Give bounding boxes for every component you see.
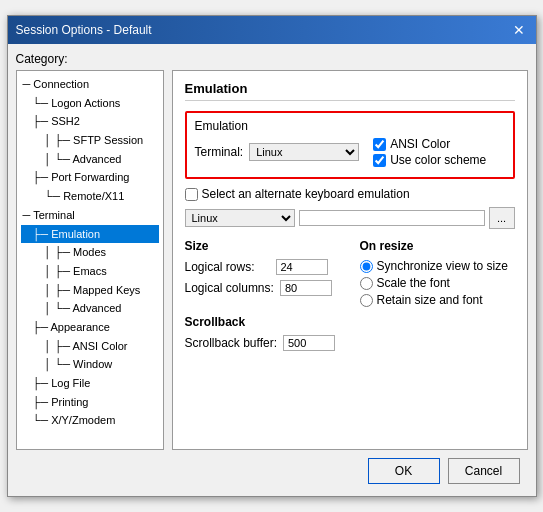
alt-keyboard-row: Select an alternate keyboard emulation (185, 187, 515, 201)
sync-view-radio[interactable] (360, 260, 373, 273)
ok-button[interactable]: OK (368, 458, 440, 484)
logical-columns-input[interactable] (280, 280, 332, 296)
button-bar: OK Cancel (16, 450, 528, 488)
sidebar-item-advanced-term[interactable]: │ └─ Advanced (21, 299, 159, 318)
scrollback-section: Scrollback Scrollback buffer: (185, 315, 515, 351)
scale-font-label: Scale the font (377, 276, 450, 290)
sidebar-item-sftp-session[interactable]: │ ├─ SFTP Session (21, 131, 159, 150)
retain-size-label: Retain size and font (377, 293, 483, 307)
dialog-body: Category: ─ Connection └─ Logon Actions … (8, 44, 536, 496)
on-resize-section: On resize Synchronize view to size Scale… (360, 239, 515, 307)
alt-keyboard-checkbox[interactable] (185, 188, 198, 201)
on-resize-label: On resize (360, 239, 515, 253)
size-section: Size Logical rows: Logical columns: (185, 239, 340, 307)
expand-icon: ─ (23, 78, 31, 90)
dialog-title: Session Options - Default (16, 23, 152, 37)
sidebar-item-window[interactable]: │ └─ Window (21, 355, 159, 374)
content-panel: Emulation Emulation Terminal: Linux VT10… (172, 70, 528, 450)
resize-radio-group: Synchronize view to size Scale the font … (360, 259, 515, 307)
scrollback-buffer-row: Scrollback buffer: (185, 335, 515, 351)
sidebar-item-log-file[interactable]: ├─ Log File (21, 374, 159, 393)
color-options: ANSI Color Use color scheme (373, 137, 486, 167)
cancel-button[interactable]: Cancel (448, 458, 520, 484)
sidebar-item-connection[interactable]: ─ Connection (21, 75, 159, 94)
use-color-scheme-row: Use color scheme (373, 153, 486, 167)
sidebar-item-mapped-keys[interactable]: │ ├─ Mapped Keys (21, 281, 159, 300)
sidebar-item-appearance[interactable]: ├─ Appearance (21, 318, 159, 337)
sidebar-item-advanced[interactable]: │ └─ Advanced (21, 150, 159, 169)
keyboard-browse-button[interactable]: ... (489, 207, 515, 229)
keyboard-dropdown[interactable]: Linux (185, 209, 295, 227)
title-bar: Session Options - Default ✕ (8, 16, 536, 44)
ansi-color-checkbox[interactable] (373, 138, 386, 151)
logical-columns-label: Logical columns: (185, 281, 274, 295)
scale-font-radio[interactable] (360, 277, 373, 290)
terminal-dropdown[interactable]: Linux VT100 VT102 VT220 Xterm ANSI (249, 143, 359, 161)
retain-size-row: Retain size and font (360, 293, 515, 307)
terminal-select-row: Terminal: Linux VT100 VT102 VT220 Xterm … (195, 137, 505, 167)
alt-keyboard-label: Select an alternate keyboard emulation (202, 187, 410, 201)
scrollback-buffer-input[interactable] (283, 335, 335, 351)
sidebar-item-xyz-modem[interactable]: └─ X/Y/Zmodem (21, 411, 159, 430)
ansi-color-row: ANSI Color (373, 137, 486, 151)
keyboard-select-row: Linux ... (185, 207, 515, 229)
section-title: Emulation (185, 81, 515, 101)
keyboard-text-input[interactable] (299, 210, 485, 226)
use-color-scheme-label: Use color scheme (390, 153, 486, 167)
emulation-sublabel: Emulation (195, 119, 248, 133)
sidebar-item-ssh2[interactable]: ├─ SSH2 (21, 112, 159, 131)
sidebar-item-terminal[interactable]: ─ Terminal (21, 206, 159, 225)
sidebar-item-printing[interactable]: ├─ Printing (21, 393, 159, 412)
sidebar-item-logon-actions[interactable]: └─ Logon Actions (21, 94, 159, 113)
sidebar-item-ansi-color[interactable]: │ ├─ ANSI Color (21, 337, 159, 356)
logical-rows-label: Logical rows: (185, 260, 270, 274)
retain-size-radio[interactable] (360, 294, 373, 307)
sync-view-label: Synchronize view to size (377, 259, 508, 273)
sidebar-item-remote-x11[interactable]: └─ Remote/X11 (21, 187, 159, 206)
sidebar-item-emulation[interactable]: ├─ Emulation (21, 225, 159, 244)
terminal-label: Terminal: (195, 145, 244, 159)
ansi-color-label: ANSI Color (390, 137, 450, 151)
scrollback-buffer-label: Scrollback buffer: (185, 336, 278, 350)
sync-view-row: Synchronize view to size (360, 259, 515, 273)
terminal-row: Emulation (195, 119, 505, 133)
size-label: Size (185, 239, 340, 253)
size-resize-section: Size Logical rows: Logical columns: On r… (185, 239, 515, 307)
sidebar-item-modes[interactable]: │ ├─ Modes (21, 243, 159, 262)
sidebar-item-emacs[interactable]: │ ├─ Emacs (21, 262, 159, 281)
close-button[interactable]: ✕ (510, 21, 528, 39)
main-content: ─ Connection └─ Logon Actions ├─ SSH2 │ … (16, 70, 528, 450)
logical-rows-row: Logical rows: (185, 259, 340, 275)
session-options-dialog: Session Options - Default ✕ Category: ─ … (7, 15, 537, 497)
category-label: Category: (16, 52, 528, 66)
emulation-box: Emulation Terminal: Linux VT100 VT102 VT… (185, 111, 515, 179)
scrollback-label: Scrollback (185, 315, 515, 329)
category-tree: ─ Connection └─ Logon Actions ├─ SSH2 │ … (16, 70, 164, 450)
logical-columns-row: Logical columns: (185, 280, 340, 296)
scale-font-row: Scale the font (360, 276, 515, 290)
sidebar-item-port-forwarding[interactable]: ├─ Port Forwarding (21, 168, 159, 187)
use-color-scheme-checkbox[interactable] (373, 154, 386, 167)
logical-rows-input[interactable] (276, 259, 328, 275)
